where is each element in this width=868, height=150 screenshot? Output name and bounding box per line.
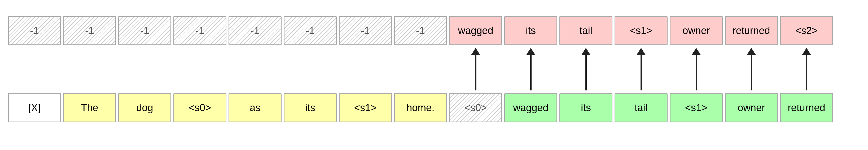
target-cell-3: -1 [174, 16, 226, 45]
target-cell-9: its [504, 16, 557, 45]
target-cell-2: -1 [118, 16, 171, 45]
diagram: -1-1-1-1-1-1-1-1waggeditstail<s1>ownerre… [0, 0, 868, 150]
arrow-14 [802, 48, 811, 91]
target-cell-7: -1 [394, 16, 447, 45]
input-cell-5: its [284, 93, 337, 122]
arrow-line-14 [806, 55, 807, 91]
arrow-line-11 [641, 55, 642, 91]
arrow-head-13 [747, 48, 756, 55]
arrow-head-11 [636, 48, 646, 55]
target-cell-6: -1 [339, 16, 392, 45]
target-cell-14: <s2> [780, 16, 833, 45]
arrow-line-9 [530, 55, 532, 91]
input-cell-7: home. [394, 93, 447, 122]
input-cell-4: as [228, 93, 282, 122]
input-cell-13: owner [725, 93, 778, 122]
arrow-head-12 [691, 48, 701, 55]
target-cell-8: wagged [449, 16, 502, 45]
arrow-head-10 [581, 48, 591, 55]
arrow-11 [636, 48, 646, 91]
arrow-head-14 [802, 48, 811, 55]
input-cell-1: The [63, 93, 116, 122]
target-cell-1: -1 [63, 16, 116, 45]
input-cell-2: dog [118, 93, 171, 122]
arrow-head-9 [526, 48, 535, 55]
input-cell-8: <s0> [449, 93, 502, 122]
arrow-13 [747, 48, 756, 91]
target-cell-11: <s1> [615, 16, 668, 45]
arrow-9 [526, 48, 535, 91]
target-cell-13: returned [725, 16, 778, 45]
input-cell-6: <s1> [339, 93, 392, 122]
arrow-head-8 [471, 48, 480, 55]
target-cell-12: owner [670, 16, 723, 45]
input-cell-9: wagged [504, 93, 557, 122]
arrow-line-13 [751, 55, 752, 91]
input-cell-0: [X] [8, 93, 61, 122]
target-cell-4: -1 [228, 16, 282, 45]
arrow-line-8 [475, 55, 476, 91]
input-cell-3: <s0> [174, 93, 226, 122]
arrow-line-12 [696, 55, 697, 91]
target-cell-0: -1 [8, 16, 61, 45]
input-cell-11: tail [615, 93, 668, 122]
arrow-10 [581, 48, 591, 91]
arrow-line-10 [585, 55, 587, 91]
input-cell-12: <s1> [670, 93, 723, 122]
input-cell-14: returned [780, 93, 833, 122]
target-cell-10: tail [559, 16, 613, 45]
input-cell-10: its [559, 93, 613, 122]
arrow-12 [691, 48, 701, 91]
arrow-8 [471, 48, 480, 91]
target-cell-5: -1 [284, 16, 337, 45]
